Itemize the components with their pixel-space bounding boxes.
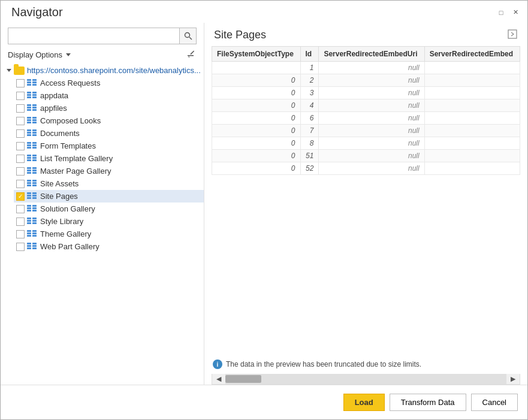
list-icon xyxy=(27,117,38,125)
tree-root[interactable]: https://contoso.sharepoint.com/site/weba… xyxy=(5,64,204,77)
table-cell-id: 1 xyxy=(300,62,319,74)
tree-item-label: Documents xyxy=(40,129,80,138)
data-table: FileSystemObjectTypeIdServerRedirectedEm… xyxy=(212,46,520,175)
display-options-label: Display Options xyxy=(8,50,62,59)
tree-item-checkbox[interactable] xyxy=(16,142,25,150)
tree-item-checkbox[interactable] xyxy=(16,217,25,226)
search-button[interactable] xyxy=(179,28,196,44)
table-cell-id: 2 xyxy=(300,74,319,87)
tree-item-label: Form Templates xyxy=(40,141,96,150)
tree-item[interactable]: Documents xyxy=(14,127,204,140)
tree-item-checkbox[interactable] xyxy=(16,129,25,138)
svg-rect-85 xyxy=(27,245,31,247)
tree-item-checkbox[interactable] xyxy=(16,104,25,113)
table-cell-id: 51 xyxy=(300,150,319,162)
horizontal-scrollbar[interactable]: ◀ ▶ xyxy=(212,374,520,385)
tree-item[interactable]: Theme Gallery xyxy=(14,228,204,240)
table-cell-embed xyxy=(424,125,520,137)
tree-item-checkbox[interactable] xyxy=(16,230,25,238)
tree-item[interactable]: appfiles xyxy=(14,102,204,114)
svg-rect-54 xyxy=(32,180,37,182)
scroll-right-button[interactable]: ▶ xyxy=(506,374,520,384)
tree-item[interactable]: Site Assets xyxy=(14,177,204,190)
svg-rect-89 xyxy=(508,30,517,38)
svg-rect-16 xyxy=(32,96,37,98)
svg-rect-30 xyxy=(32,129,37,131)
svg-rect-61 xyxy=(27,195,31,197)
list-icon xyxy=(27,129,38,138)
close-button[interactable]: ✕ xyxy=(511,8,520,17)
table-header: ServerRedirectedEmbedUri xyxy=(319,47,424,62)
svg-rect-6 xyxy=(32,79,37,81)
search-bar xyxy=(8,28,197,44)
search-input[interactable] xyxy=(8,28,179,44)
tree-item[interactable]: Master Page Gallery xyxy=(14,165,204,177)
tree-item-checkbox[interactable] xyxy=(16,79,25,87)
table-cell-id: 4 xyxy=(300,99,319,112)
tree-item[interactable]: appdata xyxy=(14,89,204,102)
svg-rect-29 xyxy=(27,129,31,131)
svg-rect-7 xyxy=(27,81,31,83)
search-icon xyxy=(184,32,192,40)
tree-item[interactable]: Composed Looks xyxy=(14,114,204,127)
list-icon xyxy=(27,243,38,251)
info-icon: i xyxy=(213,359,222,369)
tree-item-checkbox[interactable] xyxy=(16,155,25,163)
tree-item[interactable]: Style Library xyxy=(14,215,204,228)
table-cell-uri: null xyxy=(319,87,424,99)
svg-rect-57 xyxy=(27,185,31,186)
navigator-window: Navigator □ ✕ Display Options xyxy=(0,0,528,420)
tree-item-label: Web Part Gallery xyxy=(40,242,99,251)
scroll-left-button[interactable]: ◀ xyxy=(212,374,225,384)
svg-rect-67 xyxy=(27,207,31,209)
svg-rect-22 xyxy=(32,109,37,111)
tree-item-checkbox[interactable] xyxy=(16,117,25,125)
tree-item-checkbox[interactable] xyxy=(16,243,25,251)
table-cell-uri: null xyxy=(319,74,424,87)
tree-item-checkbox[interactable] xyxy=(16,192,25,201)
table-cell-id: 7 xyxy=(300,125,319,137)
svg-rect-38 xyxy=(32,144,37,146)
svg-rect-71 xyxy=(27,217,31,219)
svg-rect-17 xyxy=(27,104,31,106)
data-table-container[interactable]: FileSystemObjectTypeIdServerRedirectedEm… xyxy=(212,46,520,355)
expand-button[interactable] xyxy=(507,29,518,41)
svg-rect-40 xyxy=(32,147,37,149)
load-button[interactable]: Load xyxy=(343,394,385,411)
svg-rect-51 xyxy=(27,172,31,174)
cancel-button[interactable]: Cancel xyxy=(471,394,518,411)
tree-item-checkbox[interactable] xyxy=(16,180,25,188)
tree-item-checkbox[interactable] xyxy=(16,92,25,100)
tree-item[interactable]: Form Templates xyxy=(14,140,204,152)
expand-icon xyxy=(7,69,11,72)
list-icon xyxy=(27,230,38,238)
table-cell-type xyxy=(212,62,301,74)
table-cell-type: 0 xyxy=(212,112,301,125)
table-row: 08null xyxy=(212,137,520,150)
tree-item-checkbox[interactable] xyxy=(16,205,25,213)
tree-item[interactable]: Access Requests xyxy=(14,77,204,89)
svg-rect-81 xyxy=(27,235,31,237)
list-icon xyxy=(27,79,38,87)
minimize-button[interactable]: □ xyxy=(496,8,506,17)
right-content: FileSystemObjectTypeIdServerRedirectedEm… xyxy=(204,46,527,385)
tree-item[interactable]: Solution Gallery xyxy=(14,203,204,215)
tree-item[interactable]: Web Part Gallery xyxy=(14,240,204,253)
scroll-track[interactable] xyxy=(225,374,506,384)
tree-root-label: https://contoso.sharepoint.com/site/weba… xyxy=(27,66,201,75)
table-cell-uri: null xyxy=(319,62,424,74)
edit-icon-button[interactable] xyxy=(187,49,197,61)
tree-item[interactable]: Site Pages xyxy=(14,190,204,203)
tree-item-label: List Template Gallery xyxy=(40,154,113,163)
tree-item[interactable]: List Template Gallery xyxy=(14,152,204,165)
svg-rect-45 xyxy=(27,159,31,161)
tree-area: https://contoso.sharepoint.com/site/weba… xyxy=(1,64,204,380)
tree-item-checkbox[interactable] xyxy=(16,167,25,176)
transform-data-button[interactable]: Transform Data xyxy=(390,394,466,411)
table-cell-embed xyxy=(424,162,520,175)
table-header: ServerRedirectedEmbed xyxy=(424,47,520,62)
svg-rect-33 xyxy=(27,134,31,136)
display-options-button[interactable]: Display Options xyxy=(8,50,71,59)
table-cell-embed xyxy=(424,150,520,162)
tree-item-label: Theme Gallery xyxy=(40,229,91,238)
